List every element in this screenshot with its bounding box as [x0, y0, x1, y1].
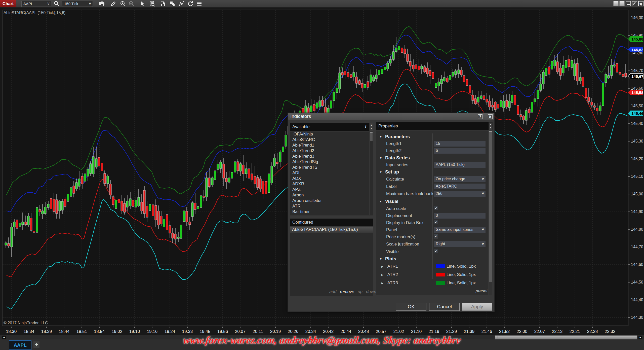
svg-text:18:39: 18:39	[41, 329, 52, 334]
svg-text:144,60: 144,60	[631, 262, 643, 267]
svg-text:19:16: 19:16	[147, 329, 158, 334]
svg-text:144,50: 144,50	[631, 280, 643, 284]
svg-text:22:28: 22:28	[587, 329, 598, 334]
svg-text:AbleSTARC(AAPL (150 Tick),15,6: AbleSTARC(AAPL (150 Tick),15,6)	[4, 11, 65, 15]
svg-text:22:13: 22:13	[552, 329, 563, 334]
svg-text:145,20: 145,20	[631, 157, 643, 161]
svg-text:144,90: 144,90	[631, 209, 643, 214]
svg-text:22:07: 22:07	[534, 329, 545, 334]
svg-text:19:24: 19:24	[165, 329, 175, 334]
svg-text:146,00: 146,00	[631, 16, 643, 20]
svg-text:18:44: 18:44	[59, 329, 70, 334]
svg-text:20:57: 20:57	[376, 329, 387, 334]
svg-text:145,58: 145,58	[631, 90, 643, 95]
svg-text:145,46: 145,46	[631, 111, 643, 116]
svg-text:145,40: 145,40	[631, 121, 643, 126]
svg-text:144,80: 144,80	[631, 227, 643, 231]
svg-text:22:00: 22:00	[517, 329, 528, 334]
svg-text:21:02: 21:02	[393, 329, 404, 334]
svg-text:21:10: 21:10	[411, 329, 422, 334]
svg-text:145,30: 145,30	[631, 139, 643, 143]
svg-text:19:10: 19:10	[129, 329, 140, 334]
svg-text:19:02: 19:02	[112, 329, 123, 334]
svg-text:20:07: 20:07	[235, 329, 246, 334]
svg-text:145,82: 145,82	[631, 48, 643, 52]
svg-text:19:45: 19:45	[200, 329, 211, 334]
svg-text:20:48: 20:48	[358, 329, 369, 334]
svg-text:18:54: 18:54	[94, 329, 105, 334]
svg-text:144,40: 144,40	[631, 298, 643, 302]
svg-text:20:26: 20:26	[288, 329, 299, 334]
svg-text:19:56: 19:56	[217, 329, 228, 334]
svg-text:21:29: 21:29	[446, 329, 457, 334]
svg-text:20:42: 20:42	[323, 329, 334, 334]
svg-text:20:11: 20:11	[253, 329, 263, 334]
svg-text:145,10: 145,10	[631, 174, 643, 179]
svg-text:20:19: 20:19	[270, 329, 281, 334]
svg-text:19:33: 19:33	[182, 329, 193, 334]
svg-text:145,67: 145,67	[631, 74, 643, 79]
svg-text:18:30: 18:30	[6, 329, 17, 334]
svg-text:145,50: 145,50	[631, 104, 643, 108]
svg-text:20:44: 20:44	[341, 329, 351, 334]
svg-text:21:39: 21:39	[464, 329, 475, 334]
svg-text:21:52: 21:52	[499, 329, 510, 334]
svg-text:22:21: 22:21	[570, 329, 580, 334]
svg-text:145,00: 145,00	[631, 192, 643, 196]
svg-text:21:46: 21:46	[481, 329, 492, 334]
svg-text:18:34: 18:34	[24, 329, 34, 334]
svg-text:145,70: 145,70	[631, 68, 643, 73]
svg-text:144,70: 144,70	[631, 245, 643, 249]
svg-text:21:19: 21:19	[429, 329, 439, 334]
svg-text:144,30: 144,30	[631, 315, 643, 320]
svg-text:145,88: 145,88	[631, 37, 643, 41]
svg-text:© 2017 NinjaTrader, LLC: © 2017 NinjaTrader, LLC	[4, 321, 48, 325]
svg-text:18:51: 18:51	[76, 329, 87, 334]
svg-text:20:34: 20:34	[305, 329, 316, 334]
svg-text:22:32: 22:32	[605, 329, 616, 334]
